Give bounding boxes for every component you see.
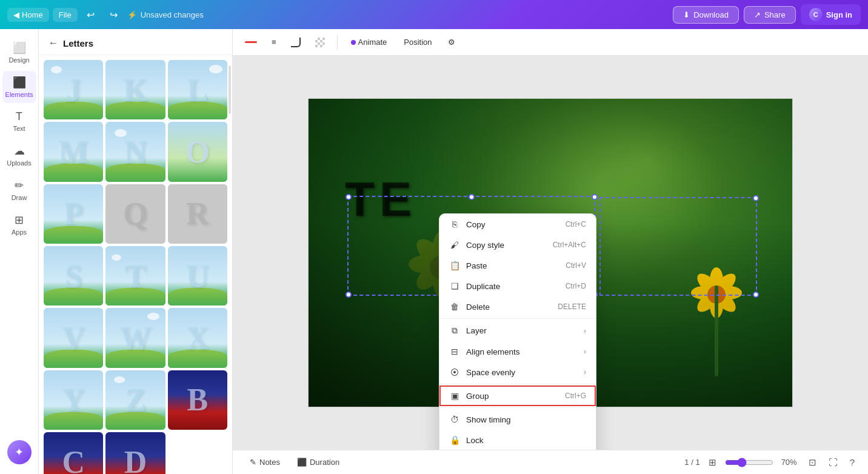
- draw-icon: ✏: [15, 179, 24, 192]
- context-menu-layer[interactable]: ⧉ Layer ›: [439, 320, 596, 341]
- list-item[interactable]: Y: [44, 370, 103, 430]
- group-icon: ▣: [449, 391, 460, 401]
- list-item[interactable]: L: [168, 60, 227, 119]
- selection-box-2: [599, 197, 757, 296]
- copy-icon: ⎘: [449, 219, 460, 229]
- fit-view-button[interactable]: ⊡: [805, 455, 820, 470]
- stroke-style-icon: ≡: [272, 38, 276, 47]
- grid-view-button[interactable]: ⊞: [705, 455, 720, 470]
- space-icon: ⦿: [449, 367, 460, 377]
- context-menu: ⎘ Copy Ctrl+C 🖌 Copy style Ctrl+Alt+C 📋 …: [439, 213, 596, 450]
- list-item[interactable]: Q: [105, 184, 165, 244]
- canvas-viewport[interactable]: TE: [233, 56, 868, 450]
- redo-button[interactable]: ↪: [104, 5, 124, 24]
- timing-icon: ⏱: [449, 415, 460, 424]
- corner-icon: [291, 38, 301, 47]
- download-button[interactable]: ⬇ Download: [673, 6, 739, 24]
- share-button[interactable]: ↗ Share: [744, 6, 796, 24]
- list-item[interactable]: S: [44, 246, 103, 305]
- context-menu-space-evenly[interactable]: ⦿ Space evenly ›: [439, 362, 596, 382]
- context-menu-delete[interactable]: 🗑 Delete DELETE: [439, 296, 596, 317]
- text-icon: T: [16, 110, 22, 123]
- list-item[interactable]: C: [44, 432, 103, 474]
- animate-dot: [351, 40, 356, 45]
- signin-button[interactable]: C Sign in: [801, 4, 861, 25]
- stroke-color-button[interactable]: [240, 39, 262, 45]
- list-item[interactable]: D: [105, 432, 165, 474]
- sidebar-item-elements[interactable]: ⬛ Elements: [2, 71, 36, 103]
- file-button[interactable]: File: [53, 8, 78, 22]
- zoom-slider[interactable]: [725, 458, 773, 467]
- sidebar-bottom: ✦: [7, 440, 32, 474]
- corner-style-button[interactable]: [286, 35, 305, 50]
- help-button[interactable]: ?: [846, 455, 858, 470]
- page-indicator: 1 / 1: [684, 458, 699, 467]
- lock-icon: 🔒: [449, 435, 460, 445]
- context-menu-divider-1: [439, 318, 596, 319]
- more-options-button[interactable]: ⚙: [443, 35, 460, 49]
- unsaved-changes-indicator: ⚡ Unsaved changes: [127, 10, 204, 19]
- panel-title: Letters: [63, 38, 93, 48]
- sidebar-item-text[interactable]: T Text: [2, 105, 36, 137]
- magic-button[interactable]: ✦: [7, 440, 32, 464]
- layer-icon: ⧉: [449, 325, 460, 336]
- panel: ← Letters J K L M N O: [39, 29, 233, 474]
- list-item[interactable]: V: [44, 308, 103, 367]
- panel-scrollbar[interactable]: [229, 65, 231, 114]
- context-menu-copy[interactable]: ⎘ Copy Ctrl+C: [439, 214, 596, 235]
- panel-back-button[interactable]: ←: [48, 38, 58, 48]
- list-item[interactable]: Z: [105, 370, 165, 430]
- sidebar-item-draw[interactable]: ✏ Draw: [2, 174, 36, 206]
- context-menu-align[interactable]: ⊟ Align elements ›: [439, 341, 596, 362]
- context-menu-group[interactable]: ▣ Group Ctrl+G: [439, 386, 596, 406]
- arrow-icon: ›: [584, 327, 586, 335]
- fullscreen-button[interactable]: ⛶: [825, 455, 841, 470]
- download-icon: ⬇: [683, 10, 690, 19]
- list-item[interactable]: O: [168, 122, 227, 181]
- transparency-icon: [315, 38, 325, 47]
- notes-icon: ✎: [250, 458, 256, 467]
- context-menu-lock[interactable]: 🔒 Lock: [439, 430, 596, 450]
- position-button[interactable]: Position: [398, 35, 438, 49]
- share-icon: ↗: [754, 10, 761, 19]
- arrow-icon-space: ›: [584, 368, 586, 376]
- context-menu-paste[interactable]: 📋 Paste Ctrl+V: [439, 255, 596, 276]
- context-menu-copy-style[interactable]: 🖌 Copy style Ctrl+Alt+C: [439, 235, 596, 255]
- list-item[interactable]: U: [168, 246, 227, 305]
- list-item[interactable]: W: [105, 308, 165, 367]
- context-menu-duplicate[interactable]: ❑ Duplicate Ctrl+D: [439, 276, 596, 296]
- list-item[interactable]: B: [168, 370, 227, 430]
- selection-handle-2-tr[interactable]: [753, 195, 759, 201]
- list-item[interactable]: J: [44, 60, 103, 119]
- toolbar-divider: [337, 35, 338, 50]
- design-icon: ⬜: [13, 41, 26, 55]
- letter-grid: J K L M N O P Q: [39, 55, 232, 474]
- list-item[interactable]: T: [105, 246, 165, 305]
- list-item[interactable]: N: [105, 122, 165, 181]
- duration-tab[interactable]: ⬛ Duration: [290, 455, 347, 469]
- topbar: ◀ Home File ↩ ↪ ⚡ Unsaved changes ⬇ Down…: [0, 0, 868, 29]
- chevron-left-icon: ◀: [13, 10, 19, 19]
- sidebar-item-uploads[interactable]: ☁ Uploads: [2, 139, 36, 172]
- notes-tab[interactable]: ✎ Notes: [242, 455, 287, 469]
- list-item[interactable]: M: [44, 122, 103, 181]
- left-sidebar: ⬜ Design ⬛ Elements T Text ☁ Uploads ✏ D…: [0, 29, 39, 474]
- list-item[interactable]: X: [168, 308, 227, 367]
- stroke-style-button[interactable]: ≡: [267, 35, 281, 49]
- sidebar-item-design[interactable]: ⬜ Design: [2, 36, 36, 68]
- list-item[interactable]: R: [168, 184, 227, 244]
- list-item[interactable]: P: [44, 184, 103, 244]
- undo-button[interactable]: ↩: [81, 5, 101, 24]
- transparency-button[interactable]: [310, 35, 330, 50]
- list-item[interactable]: K: [105, 60, 165, 119]
- zoom-level: 70%: [778, 458, 800, 467]
- arrow-icon-align: ›: [584, 347, 586, 356]
- canvas-text: TE: [345, 172, 416, 227]
- selection-handle-2-br[interactable]: [753, 292, 759, 298]
- home-button[interactable]: ◀ Home: [7, 8, 49, 22]
- animate-button[interactable]: Animate: [345, 35, 393, 49]
- context-menu-show-timing[interactable]: ⏱ Show timing: [439, 409, 596, 430]
- sidebar-item-apps[interactable]: ⊞ Apps: [2, 209, 36, 241]
- context-menu-divider-3: [439, 407, 596, 408]
- align-icon: ⊟: [449, 347, 460, 356]
